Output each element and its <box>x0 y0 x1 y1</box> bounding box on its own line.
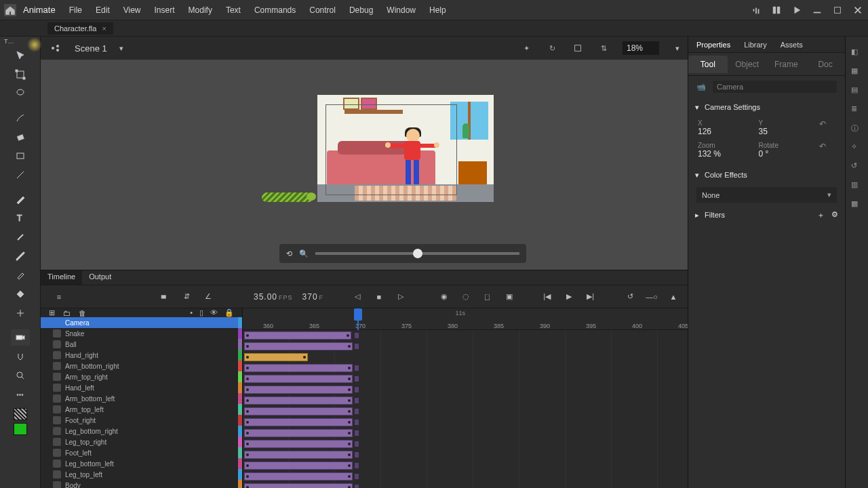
tween-span[interactable] <box>244 483 353 488</box>
menu-text[interactable]: Text <box>226 5 241 15</box>
keyframe-marker[interactable] <box>355 333 359 338</box>
section-camera-settings[interactable]: ▾ Camera Settings <box>688 98 845 117</box>
track-row[interactable] <box>243 330 688 341</box>
snap-icon[interactable]: ✦ <box>519 41 533 55</box>
menu-commands[interactable]: Commands <box>254 5 296 15</box>
loop-icon[interactable]: ↺ <box>624 291 636 303</box>
lasso-tool[interactable] <box>11 85 30 102</box>
tween-span[interactable] <box>244 451 353 459</box>
track-row[interactable] <box>243 384 688 395</box>
layer-row[interactable]: Foot_left <box>41 447 242 458</box>
stroke-color-chip[interactable] <box>14 408 27 420</box>
tween-span[interactable] <box>244 375 353 383</box>
layer-row[interactable]: Leg_bottom_left <box>41 458 242 469</box>
layer-row[interactable]: Snake <box>41 328 242 339</box>
tween-span[interactable] <box>244 407 353 415</box>
skip-start-icon[interactable]: |◀ <box>541 291 553 303</box>
keyframe-marker[interactable] <box>355 398 359 403</box>
cam-x-value[interactable]: 126 <box>698 127 752 136</box>
play-button[interactable]: ▶ <box>563 291 575 303</box>
eyedropper-tool[interactable] <box>11 267 30 283</box>
tween-span[interactable] <box>244 472 353 481</box>
rectangle-tool[interactable] <box>11 148 30 164</box>
frame-value[interactable]: 370 <box>302 292 318 302</box>
insert-blank-keyframe-icon[interactable]: ◌ <box>460 291 472 303</box>
workspace-switch-icon[interactable] <box>772 5 781 15</box>
camera-slider-knob[interactable] <box>413 249 422 258</box>
track-row[interactable] <box>243 482 688 488</box>
align-icon[interactable]: ▤ <box>851 85 863 98</box>
filter-settings-icon[interactable]: ⚙ <box>831 210 838 220</box>
layer-row[interactable]: Arm_top_left <box>41 404 242 415</box>
more-tools-icon[interactable]: ••• <box>11 386 30 403</box>
fps-value[interactable]: 35.00 <box>254 292 277 302</box>
tween-span[interactable] <box>244 364 353 372</box>
layer-row[interactable]: Foot_right <box>41 415 242 426</box>
menu-control[interactable]: Control <box>309 5 336 15</box>
document-tab[interactable]: Character.fla × <box>47 22 113 35</box>
onion-skin-icon[interactable]: ▲ <box>667 291 679 303</box>
subtab-object[interactable]: Object <box>728 56 767 73</box>
menu-window[interactable]: Window <box>387 5 416 15</box>
keyframe-marker[interactable] <box>355 387 359 392</box>
section-color-effects[interactable]: ▾ Color Effects <box>688 165 845 184</box>
window-restore-icon[interactable] <box>833 5 842 15</box>
fit-stage-icon[interactable] <box>571 41 585 55</box>
eraser-tool[interactable] <box>11 129 30 145</box>
track-row[interactable] <box>243 352 688 363</box>
free-transform-tool[interactable] <box>11 66 30 83</box>
tab-output[interactable]: Output <box>82 270 118 285</box>
layer-row[interactable]: Ball <box>41 339 242 350</box>
playhead[interactable] <box>354 308 362 321</box>
transform-icon[interactable]: ✧ <box>851 142 863 155</box>
add-layer-icon[interactable]: ⊞ <box>49 308 55 317</box>
tween-span[interactable] <box>244 462 353 470</box>
brush-tool[interactable] <box>11 248 30 264</box>
info-icon[interactable]: ⓘ <box>851 123 863 136</box>
tab-timeline[interactable]: Timeline <box>41 270 82 285</box>
library-icon[interactable]: ≣ <box>851 104 863 117</box>
skip-end-icon[interactable]: ▶| <box>585 291 597 303</box>
stop-icon[interactable]: ■ <box>373 291 385 303</box>
cam-rotate-value[interactable]: 0 ° <box>759 149 813 159</box>
reset-zoom-icon[interactable]: ↶ <box>819 142 835 159</box>
camera-slider[interactable]: ⟲ 🔍 <box>279 244 526 263</box>
line-tool[interactable] <box>11 167 30 183</box>
track-row[interactable] <box>243 417 688 428</box>
tween-span[interactable] <box>244 429 353 437</box>
tween-span[interactable] <box>244 418 353 426</box>
layer-row[interactable]: Arm_bottom_left <box>41 393 242 404</box>
insert-keyframe-icon[interactable]: ◉ <box>438 291 450 303</box>
menu-help[interactable]: Help <box>429 5 446 15</box>
zoom-field[interactable]: 18% <box>623 41 659 55</box>
tween-span[interactable] <box>244 331 351 340</box>
paint-bucket-tool[interactable] <box>11 286 30 302</box>
rotate-view-icon[interactable]: ↻ <box>545 41 559 55</box>
menu-edit[interactable]: Edit <box>96 5 110 15</box>
graph-icon[interactable]: ∠ <box>202 291 214 303</box>
lock-icon[interactable]: 🔒 <box>224 308 234 317</box>
track-row[interactable] <box>243 363 688 373</box>
menu-modify[interactable]: Modify <box>189 5 212 15</box>
reset-position-icon[interactable]: ↶ <box>819 119 835 136</box>
visibility-icon[interactable]: 👁 <box>210 308 218 317</box>
layer-row[interactable]: Leg_top_left <box>41 469 242 480</box>
frame-picker-icon[interactable]: ▥ <box>851 180 863 192</box>
tool-name-field[interactable]: Camera <box>713 81 837 93</box>
scene-graph-icon[interactable] <box>49 41 62 55</box>
track-row[interactable] <box>243 471 688 482</box>
bone-tool[interactable] <box>11 229 30 245</box>
zoom-tool[interactable] <box>11 367 30 384</box>
step-fwd-icon[interactable]: ▷ <box>395 291 407 303</box>
cam-zoom-value[interactable]: 132 % <box>698 149 752 159</box>
camera-slider-track[interactable] <box>315 252 519 255</box>
cam-y-value[interactable]: 35 <box>759 127 813 136</box>
tween-span[interactable] <box>244 342 353 350</box>
zoom-stepper-icon[interactable]: ⇅ <box>597 41 610 55</box>
track-row[interactable] <box>243 406 688 417</box>
delete-layer-icon[interactable]: 🗑 <box>79 309 86 317</box>
text-tool[interactable]: T <box>11 210 30 226</box>
insert-frame-icon[interactable]: ⎕ <box>481 291 494 303</box>
tween-span[interactable] <box>244 353 308 361</box>
hand-tool[interactable] <box>11 348 30 365</box>
